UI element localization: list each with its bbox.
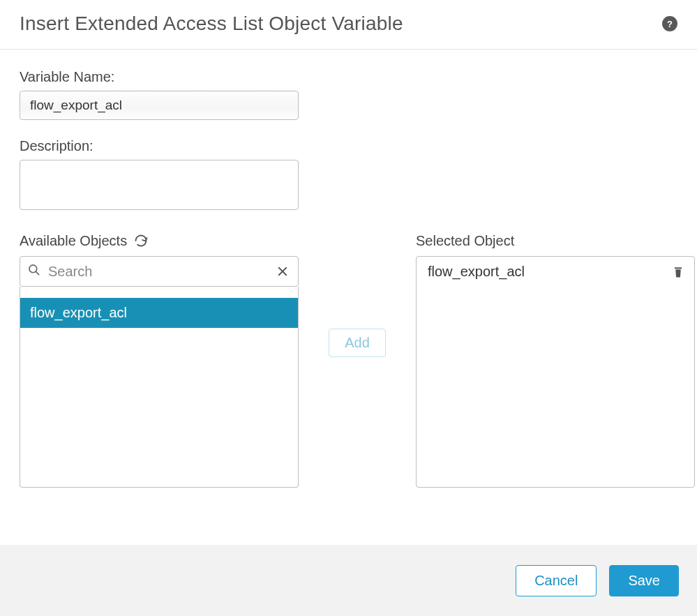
list-spacer <box>20 287 298 298</box>
help-icon[interactable]: ? <box>662 16 677 31</box>
search-icon <box>27 263 41 280</box>
available-objects-list[interactable]: flow_export_acl <box>20 287 299 488</box>
object-columns: Available Objects <box>20 231 677 488</box>
selected-object-header: Selected Object <box>416 231 695 250</box>
variable-name-label: Variable Name: <box>20 69 677 85</box>
cancel-button[interactable]: Cancel <box>516 565 597 596</box>
available-search-input[interactable] <box>47 263 267 280</box>
selected-object-column: Selected Object flow_export_acl <box>416 231 695 488</box>
selected-object-item: flow_export_acl <box>417 257 694 287</box>
add-button[interactable]: Add <box>329 329 386 357</box>
refresh-icon[interactable] <box>134 234 148 248</box>
description-label: Description: <box>20 138 677 154</box>
selected-object-label: Selected Object <box>416 233 514 249</box>
selected-object-item-label: flow_export_acl <box>428 264 525 280</box>
transfer-column: Add <box>315 231 399 357</box>
variable-name-section: Variable Name: <box>20 69 677 120</box>
selected-object-list: flow_export_acl <box>416 256 695 488</box>
description-section: Description: <box>20 138 677 213</box>
dialog-footer: Cancel Save <box>0 545 697 616</box>
variable-name-input[interactable] <box>20 91 299 120</box>
available-search-box[interactable] <box>20 256 299 287</box>
dialog-root: Insert Extended Access List Object Varia… <box>0 0 697 616</box>
available-objects-label: Available Objects <box>20 233 127 249</box>
description-input[interactable] <box>20 160 299 210</box>
titlebar: Insert Extended Access List Object Varia… <box>0 0 697 50</box>
clear-search-icon[interactable] <box>273 262 292 281</box>
svg-line-1 <box>36 272 39 275</box>
available-objects-header: Available Objects <box>20 231 299 250</box>
save-button[interactable]: Save <box>609 565 679 596</box>
dialog-body: Variable Name: Description: Available Ob… <box>0 50 697 488</box>
available-object-item[interactable]: flow_export_acl <box>20 298 298 328</box>
svg-rect-4 <box>675 267 682 269</box>
trash-icon[interactable] <box>672 265 684 279</box>
dialog-title: Insert Extended Access List Object Varia… <box>20 13 403 35</box>
available-objects-column: Available Objects <box>20 231 299 488</box>
